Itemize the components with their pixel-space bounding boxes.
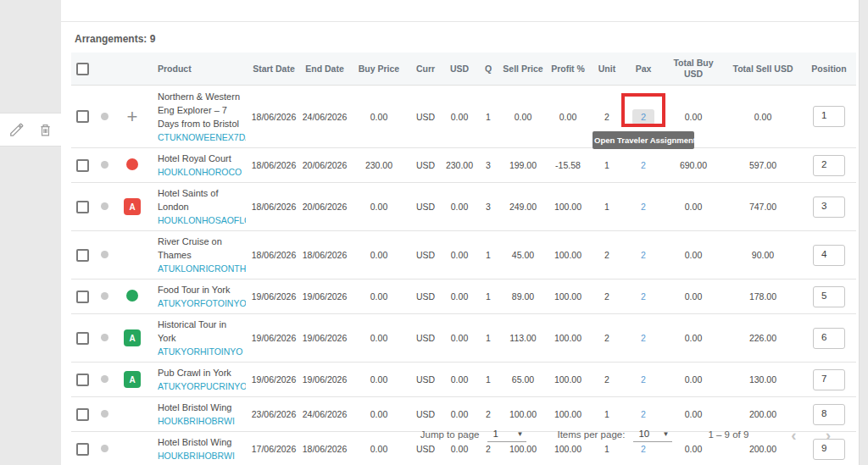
product-name: Hotel Bristol Wing [158, 401, 246, 414]
product-name: Pub Crawl in York [158, 366, 246, 379]
position-input[interactable]: 4 [813, 245, 845, 266]
row-checkbox[interactable] [76, 201, 89, 213]
sell-price: 0.00 [500, 86, 546, 148]
pax-link[interactable]: 2 [641, 374, 646, 385]
jump-to-page-select[interactable]: 1 ▼ [487, 427, 526, 442]
column-header: Product [149, 53, 248, 86]
product-code-link[interactable]: HOUKBRIHOBRWI [158, 449, 246, 462]
status-dot-icon [101, 113, 108, 120]
arrangements-panel: Arrangements: 9 ProductStart DateEnd Dat… [61, 0, 860, 465]
row-checkbox[interactable] [76, 249, 89, 262]
status-dot-cell [93, 231, 115, 280]
row-checkbox[interactable] [76, 159, 89, 172]
currency: USD [409, 86, 442, 148]
column-header: Sell Price [500, 53, 546, 86]
page-range-label: 1 – 9 of 9 [708, 429, 748, 440]
row-checkbox[interactable] [76, 291, 89, 303]
position-input[interactable]: 2 [813, 155, 845, 176]
currency: USD [409, 231, 442, 280]
column-header: Profit % [546, 53, 590, 86]
row-checkbox-cell [71, 86, 93, 148]
jump-to-page-label: Jump to page [420, 429, 480, 440]
product-cell: Historical Tour in YorkATUKYORHITOINYO [149, 314, 248, 363]
position-input[interactable]: 7 [813, 369, 845, 390]
product-icon-cell: A [115, 183, 149, 231]
end-date: 20/06/2026 [300, 183, 349, 231]
product-icon-cell [115, 280, 149, 314]
pax-link[interactable]: 2 [632, 109, 654, 125]
position-cell: 6 [802, 314, 856, 363]
pax-link[interactable]: 2 [641, 160, 646, 170]
start-date: 18/06/2026 [248, 86, 300, 148]
pencil-icon [8, 122, 25, 138]
buy-price: 0.00 [349, 231, 409, 280]
start-date: 19/06/2026 [248, 363, 300, 397]
next-page-button[interactable]: › [815, 427, 841, 443]
buy-price: 0.00 [349, 363, 409, 397]
position-input[interactable]: 5 [813, 286, 845, 307]
total-sell-usd: 90.00 [724, 231, 802, 280]
usd-amount: 0.00 [442, 363, 476, 397]
status-dot-icon [101, 292, 108, 300]
pax-link[interactable]: 2 [641, 291, 646, 302]
pax-link[interactable]: 2 [641, 333, 646, 343]
end-date: 20/06/2026 [300, 148, 349, 183]
currency: USD [409, 363, 442, 397]
buy-price: 0.00 [349, 314, 409, 363]
column-header: Buy Price [349, 53, 409, 86]
pax-cell: 2 [624, 314, 663, 363]
row-checkbox[interactable] [76, 110, 89, 123]
product-code-link[interactable]: CTUKNOWEENEX7DALI [158, 130, 246, 144]
profit-percent: 100.00 [546, 231, 590, 280]
prev-page-button[interactable]: ‹ [781, 427, 806, 443]
product-code-link[interactable]: ATUKYORFOTOINYO [158, 296, 246, 310]
sell-price: 113.00 [500, 314, 546, 363]
position-input[interactable]: 6 [813, 328, 845, 349]
total-buy-usd: 0.00 [663, 280, 724, 314]
sell-price: 65.00 [500, 363, 546, 397]
items-per-page-select[interactable]: 10 ▼ [633, 427, 672, 442]
product-code-link[interactable]: HOUKLONHOSAOFLO [158, 213, 246, 227]
table-row: AHotel Saints of LondonHOUKLONHOSAOFLO18… [71, 183, 856, 231]
sell-price: 45.00 [500, 231, 546, 280]
row-checkbox[interactable] [76, 332, 89, 345]
pax-link[interactable]: 2 [641, 202, 646, 212]
expand-plus-icon[interactable]: + [127, 106, 138, 127]
position-cell: 1 [802, 86, 856, 148]
select-all-checkbox[interactable] [76, 63, 89, 75]
column-header: Unit [590, 53, 624, 86]
usd-amount: 0.00 [442, 314, 476, 363]
profit-percent: 100.00 [546, 183, 590, 231]
row-checkbox-cell [71, 148, 93, 183]
end-date: 18/06/2026 [300, 231, 349, 280]
total-buy-usd: 0.00 [663, 231, 724, 280]
row-checkbox[interactable] [76, 374, 89, 386]
currency: USD [409, 314, 442, 363]
product-cell: Pub Crawl in YorkATUKYORPUCRINYO [149, 363, 248, 397]
total-sell-usd: 0.00 [724, 86, 802, 148]
position-cell: 2 [802, 148, 856, 183]
product-code-link[interactable]: ATUKLONRICRONTH [158, 262, 246, 275]
arrangements-count: Arrangements: 9 [75, 33, 155, 45]
status-dot-icon [101, 375, 108, 383]
product-cell: Northern & Western Eng Explorer – 7 Days… [149, 86, 248, 148]
product-code-link[interactable]: ATUKYORHITOINYO [158, 345, 246, 358]
product-code-link[interactable]: ATUKYORPUCRINYO [158, 379, 246, 393]
unit-count: 1 [590, 148, 624, 183]
items-per-page-label: Items per page: [557, 429, 625, 440]
position-input[interactable]: 3 [813, 197, 845, 218]
chevron-down-icon: ▼ [517, 430, 524, 438]
position-input[interactable]: 1 [813, 106, 845, 127]
status-dot-cell [93, 314, 115, 363]
usd-amount: 230.00 [442, 148, 476, 183]
quantity: 1 [476, 280, 500, 314]
pax-link[interactable]: 2 [641, 250, 646, 260]
profit-percent: 100.00 [546, 363, 590, 397]
product-icon-cell [115, 231, 149, 280]
delete-button[interactable] [36, 121, 53, 138]
end-date: 19/06/2026 [300, 363, 349, 397]
product-code-link[interactable]: HOUKLONHOROCO [158, 165, 246, 179]
edit-button[interactable] [8, 121, 25, 138]
select-all-header [71, 53, 93, 86]
profit-percent: 0.00 [546, 86, 590, 148]
